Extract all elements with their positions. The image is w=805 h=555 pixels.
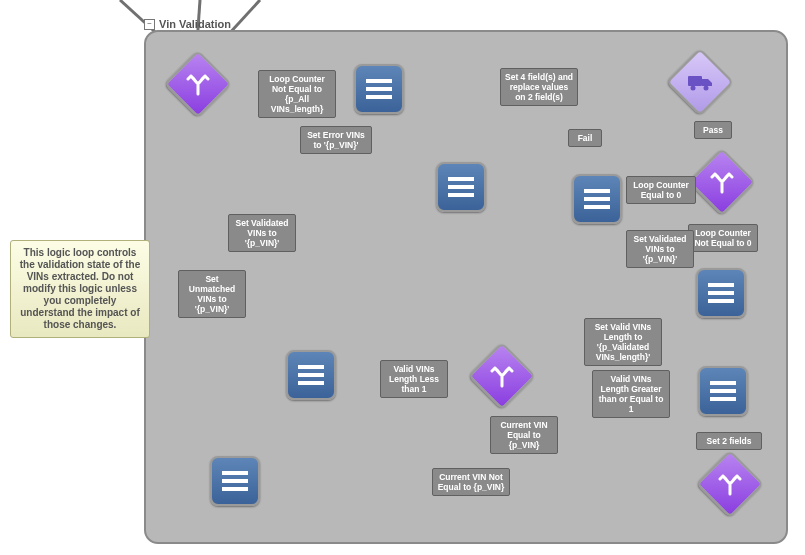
edge-label: Fail (568, 129, 602, 147)
list-icon (448, 177, 474, 197)
svg-point-1 (691, 86, 696, 91)
svg-rect-0 (688, 76, 702, 86)
action-node-truck[interactable] (676, 58, 724, 106)
list-icon (222, 471, 248, 491)
list-node-3[interactable] (572, 174, 622, 224)
svg-point-2 (704, 86, 709, 91)
list-node-2[interactable] (436, 162, 486, 212)
edge-label: Set Unmatched VINs to '{p_VIN}' (178, 270, 246, 318)
decision-node-4[interactable] (706, 460, 754, 508)
list-icon (710, 381, 736, 401)
edge-label: Set Valid VINs Length to '{p_Validated V… (584, 318, 662, 366)
edge-label: Pass (694, 121, 732, 139)
collapse-icon[interactable]: − (144, 19, 155, 30)
edge-label: Set Validated VINs to '{p_VIN}' (228, 214, 296, 252)
warning-note: This logic loop controls the validation … (10, 240, 150, 338)
fork-icon (490, 364, 514, 388)
fork-icon (718, 472, 742, 496)
list-node-5[interactable] (286, 350, 336, 400)
truck-icon (687, 72, 713, 92)
list-icon (298, 365, 324, 385)
edge-label: Set Validated VINs to '{p_VIN}' (626, 230, 694, 268)
decision-node-1[interactable] (174, 60, 222, 108)
edge-label: Current VIN Not Equal to {p_VIN} (432, 468, 510, 496)
edge-label: Loop Counter Equal to 0 (626, 176, 696, 204)
list-icon (584, 189, 610, 209)
diagram-canvas: − Vin Validation This logic loop control… (0, 0, 805, 555)
list-node-7[interactable] (210, 456, 260, 506)
list-node-6[interactable] (698, 366, 748, 416)
group-title: Vin Validation (159, 18, 231, 30)
fork-icon (186, 72, 210, 96)
list-icon (366, 79, 392, 99)
edge-label: Loop Counter Not Equal to {p_All VINs_le… (258, 70, 336, 118)
decision-node-3[interactable] (478, 352, 526, 400)
list-icon (708, 283, 734, 303)
edge-label: Current VIN Equal to {p_VIN} (490, 416, 558, 454)
edge-label: Valid VINs Length Greater than or Equal … (592, 370, 670, 418)
edge-label: Set Error VINs to '{p_VIN}' (300, 126, 372, 154)
edge-label: Valid VINs Length Less than 1 (380, 360, 448, 398)
warning-note-text: This logic loop controls the validation … (20, 247, 141, 330)
edge-label: Loop Counter Not Equal to 0 (688, 224, 758, 252)
group-header: − Vin Validation (144, 18, 231, 30)
decision-node-2[interactable] (698, 158, 746, 206)
list-node-4[interactable] (696, 268, 746, 318)
edge-label: Set 2 fields (696, 432, 762, 450)
edge-label: Set 4 field(s) and replace values on 2 f… (500, 68, 578, 106)
list-node-1[interactable] (354, 64, 404, 114)
fork-icon (710, 170, 734, 194)
